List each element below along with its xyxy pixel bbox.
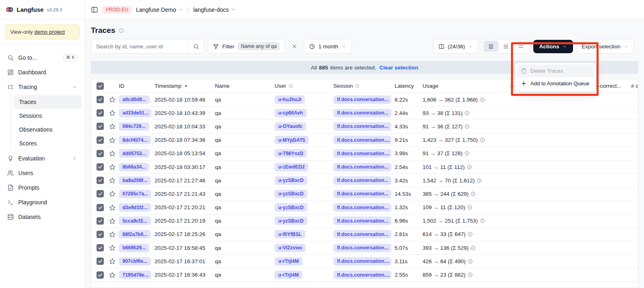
sidebar-item-prompts[interactable]: Prompts (3, 180, 82, 195)
row-height-small-icon[interactable] (483, 41, 498, 52)
row-checkbox[interactable] (97, 231, 104, 238)
usage-info-icon[interactable] (468, 232, 473, 237)
menu-item-add-to-annotation-queue[interactable]: Add to Annotation Queue (517, 77, 594, 90)
row-checkbox[interactable] (97, 271, 104, 279)
trace-id-link[interactable]: 084c739... (119, 122, 149, 131)
session-link[interactable]: lf.docs.conversation... (333, 203, 391, 212)
trace-id-link[interactable]: 7195d78e... (119, 271, 151, 279)
time-range-button[interactable]: 1 month (304, 39, 352, 54)
row-height-large-icon[interactable] (513, 41, 528, 52)
bookmark-star-icon[interactable] (109, 218, 116, 224)
user-link[interactable]: u-MYpDAT5 (275, 136, 309, 144)
session-link[interactable]: lf.docs.conversation.... (333, 257, 391, 266)
row-checkbox[interactable] (97, 109, 104, 117)
bookmark-star-icon[interactable] (109, 231, 116, 238)
row-checkbox[interactable] (97, 163, 104, 171)
search-input[interactable] (91, 43, 188, 50)
header-session[interactable]: Session (333, 83, 395, 89)
bookmark-star-icon[interactable] (109, 258, 116, 264)
user-link[interactable]: u-rTrjI4M (275, 271, 303, 279)
usage-info-icon[interactable] (468, 272, 473, 277)
session-link[interactable]: lf.docs.conversation... (333, 190, 391, 198)
sidebar-item-playground[interactable]: Playground (3, 195, 82, 210)
user-link[interactable]: u-VIZzvwo (275, 244, 306, 252)
user-link[interactable]: u-zEwdED2 (275, 163, 308, 171)
usage-info-icon[interactable] (480, 97, 485, 102)
user-link[interactable]: u-huJhuJi (275, 95, 305, 104)
sidebar-item-datasets[interactable]: Datasets (3, 210, 82, 224)
trace-id-link[interactable]: 88f2a7b0... (119, 230, 151, 238)
bookmark-star-icon[interactable] (109, 245, 116, 251)
sidebar-item-scores[interactable]: Scores (14, 136, 82, 150)
bookmark-star-icon[interactable] (109, 123, 116, 130)
user-link[interactable]: u-rTrjI4M (275, 257, 303, 266)
row-height-medium-icon[interactable] (498, 41, 513, 52)
header-timestamp[interactable]: Timestamp▼ (155, 83, 215, 89)
usage-info-icon[interactable] (464, 124, 470, 129)
usage-info-icon[interactable] (464, 110, 470, 116)
sidebar-item-users[interactable]: Users (3, 166, 82, 180)
session-link[interactable]: lf.docs.conversation... (333, 217, 391, 225)
session-link[interactable]: lf.docs.conversation... (333, 244, 391, 252)
session-link[interactable]: lf.docs.conversation... (333, 95, 391, 104)
trace-id-link[interactable]: 8b66a34... (119, 163, 149, 171)
sidebar-item-observations[interactable]: Observations (14, 123, 82, 136)
trace-id-link[interactable]: dd05753... (119, 149, 150, 158)
project-selector[interactable]: langfuse-docs (193, 6, 236, 13)
filter-button[interactable]: Filter Name any of qa (208, 39, 285, 54)
select-all-checkbox[interactable] (97, 82, 104, 90)
session-link[interactable]: lf.docs.conversation.... (333, 136, 391, 144)
sidebar-item-dashboard[interactable]: Dashboard (3, 65, 82, 80)
bookmark-star-icon[interactable] (109, 191, 116, 197)
user-link[interactable]: u-yzSBxcD (275, 203, 307, 212)
session-link[interactable]: lf.docs.conversation... (333, 176, 391, 185)
bookmark-star-icon[interactable] (109, 150, 116, 157)
sidebar-item-evaluation[interactable]: Evaluation (3, 151, 82, 166)
usage-info-icon[interactable] (480, 218, 485, 223)
row-checkbox[interactable] (97, 96, 104, 103)
usage-info-icon[interactable] (464, 151, 470, 156)
org-selector[interactable]: Langfuse Demo (136, 6, 183, 13)
usage-info-icon[interactable] (470, 245, 476, 251)
clear-filter-icon[interactable] (288, 40, 301, 52)
sidebar-item-sessions[interactable]: Sessions (14, 109, 82, 123)
usage-info-icon[interactable] (480, 137, 485, 143)
row-checkbox[interactable] (97, 123, 104, 130)
row-checkbox[interactable] (97, 244, 104, 251)
bookmark-star-icon[interactable] (109, 177, 116, 184)
info-icon[interactable] (288, 84, 293, 89)
session-link[interactable]: lf.docs.conversation... (333, 230, 391, 238)
bookmark-star-icon[interactable] (109, 164, 116, 170)
user-link[interactable]: u-f0YfBSL (275, 230, 305, 238)
actions-button[interactable]: Actions (533, 40, 573, 53)
usage-info-icon[interactable] (477, 178, 482, 183)
clear-selection-link[interactable]: Clear selection (379, 65, 418, 71)
bookmark-star-icon[interactable] (109, 110, 116, 116)
bookmark-star-icon[interactable] (109, 96, 116, 103)
usage-info-icon[interactable] (470, 191, 476, 197)
row-checkbox[interactable] (97, 258, 104, 265)
row-checkbox[interactable] (97, 136, 104, 144)
trace-id-link[interactable]: 5cca9cf2... (119, 217, 151, 225)
usage-info-icon[interactable] (468, 259, 473, 264)
export-selection-button[interactable]: Export selection (576, 39, 634, 54)
sidebar-item-traces[interactable]: Traces (14, 95, 82, 109)
header-usage[interactable]: Usage (423, 83, 509, 89)
demo-project-link[interactable]: demo project (34, 29, 65, 35)
header-latency[interactable]: Latency (395, 83, 423, 89)
bookmark-star-icon[interactable] (109, 137, 116, 143)
menu-item-delete-traces[interactable]: Delete Traces (517, 65, 594, 77)
user-link[interactable]: u-cp66Avh (275, 109, 307, 117)
session-link[interactable]: lf.docs.conversation... (333, 163, 391, 171)
row-checkbox[interactable] (97, 177, 104, 184)
user-link[interactable]: u-T98YnzD (275, 149, 307, 158)
info-icon[interactable] (355, 84, 360, 89)
sidebar-toggle-icon[interactable] (91, 6, 98, 13)
sidebar-item-tracing[interactable]: Tracing (3, 80, 82, 94)
user-link[interactable]: u-yzSBxcD (275, 190, 307, 198)
user-link[interactable]: u-OYauofc (275, 122, 306, 131)
trace-id-link[interactable]: a0cd0d9... (119, 95, 150, 104)
trace-id-link[interactable]: a433de51... (119, 109, 151, 117)
trace-id-link[interactable]: d3e9d1f2... (119, 203, 151, 212)
usage-info-icon[interactable] (467, 165, 472, 170)
